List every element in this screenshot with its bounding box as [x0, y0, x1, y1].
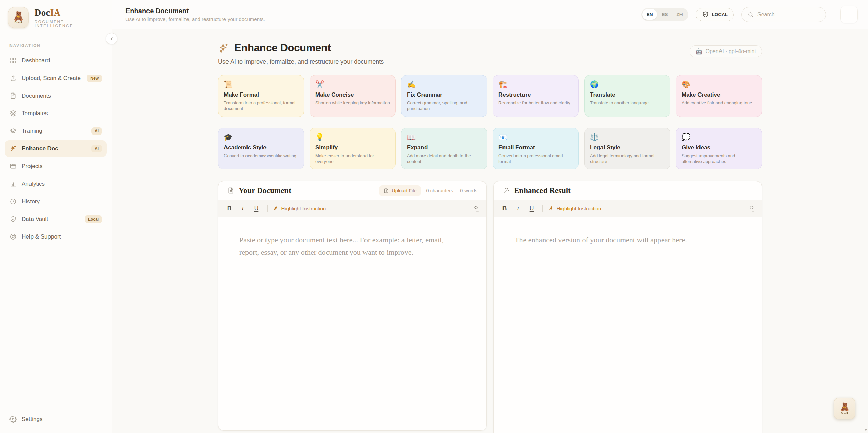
action-card-email-format[interactable]: 📧 Email Format Convert into a profession… [493, 128, 579, 170]
action-card-simplify[interactable]: 💡 Simplify Make easier to understand for… [310, 128, 396, 170]
action-card-expand[interactable]: 📖 Expand Add more detail and depth to th… [401, 128, 487, 170]
model-badge: 🤖 OpenAI · gpt-4o-mini [690, 45, 762, 57]
action-card-fix-grammar[interactable]: ✍️ Fix Grammar Correct grammar, spelling… [401, 75, 487, 117]
shield-check-icon [9, 215, 17, 223]
sidebar-item-data-vault[interactable]: Data Vault Local [5, 211, 107, 227]
sidebar: 🧸 DocIA DocIA DOCUMENT INTELLIGENCE NAVI… [0, 0, 112, 433]
editor-placeholder: Paste or type your document text here...… [239, 233, 463, 259]
page-title: Enhance Document [125, 7, 265, 15]
chevron-left-icon [109, 36, 115, 42]
clock-icon [9, 198, 17, 205]
action-card-legal-style[interactable]: ⚖️ Legal Style Add legal terminology and… [584, 128, 670, 170]
main-area: Enhance Document Use AI to improve, form… [112, 0, 868, 433]
clear-formatting-button[interactable] [471, 203, 481, 214]
clear-formatting-button[interactable] [746, 203, 757, 214]
sidebar-item-projects[interactable]: Projects [5, 158, 107, 174]
enhanced-result-panel: Enhanced Result B I U Highlight Instruct… [493, 181, 762, 433]
nav-section-label: NAVIGATION [0, 35, 112, 52]
content: Enhance Document Use AI to improve, form… [112, 29, 868, 433]
top-bar: Enhance Document Use AI to improve, form… [112, 0, 868, 29]
language-toggle: ENESZH [641, 8, 688, 21]
result-toolbar: B I U Highlight Instruction [494, 200, 762, 217]
brand-name: DocIA [35, 7, 103, 18]
search-input[interactable] [757, 12, 820, 18]
divider [542, 205, 543, 212]
language-button-zh[interactable]: ZH [672, 9, 687, 20]
eraser-icon [473, 205, 479, 212]
brand-logo: 🧸 DocIA [8, 7, 29, 28]
document-editor[interactable]: Paste or type your document text here...… [218, 217, 486, 430]
action-card-make-formal[interactable]: 📜 Make Formal Transform into a professio… [218, 75, 304, 117]
sparkles-icon [218, 43, 229, 54]
search-box[interactable] [741, 7, 826, 22]
local-mode-button[interactable]: LOCAL [696, 8, 734, 21]
scrollbar-arrow[interactable]: ▾ [865, 427, 867, 432]
upload-icon [9, 75, 17, 82]
sparkles-icon [9, 145, 17, 152]
graduation-cap-icon [9, 127, 17, 135]
underline-button[interactable]: U [250, 203, 262, 214]
eraser-icon [748, 205, 755, 212]
page-subtitle: Use AI to improve, formalize, and restru… [125, 16, 265, 22]
folder-icon [9, 163, 17, 170]
action-card-restructure[interactable]: 🏗️ Restructure Reorganize for better flo… [493, 75, 579, 117]
sidebar-item-analytics[interactable]: Analytics [5, 176, 107, 192]
sidebar-item-upload-scan-create[interactable]: Upload, Scan & Create New [5, 70, 107, 86]
shield-check-icon [702, 11, 709, 18]
grid-icon [9, 57, 17, 64]
document-counters: 0 characters · 0 words [426, 188, 477, 193]
divider [267, 205, 268, 212]
result-placeholder: The enhanced version of your document wi… [515, 233, 738, 246]
sidebar-item-dashboard[interactable]: Dashboard [5, 52, 107, 69]
main-subtitle: Use AI to improve, formalize, and restru… [218, 58, 384, 65]
divider [833, 9, 833, 20]
sidebar-collapse-button[interactable] [106, 33, 117, 44]
highlighter-icon [547, 205, 554, 212]
bar-chart-icon [9, 180, 17, 187]
italic-button[interactable]: I [237, 203, 249, 214]
sidebar-item-enhance-doc[interactable]: Enhance Doc AI [5, 140, 107, 157]
highlight-instruction-button[interactable]: Highlight Instruction [547, 205, 601, 212]
action-card-make-concise[interactable]: ✂️ Make Concise Shorten while keeping ke… [310, 75, 396, 117]
highlight-instruction-button[interactable]: Highlight Instruction [272, 205, 326, 212]
italic-button[interactable]: I [512, 203, 524, 214]
robot-icon: 🤖 [696, 48, 703, 55]
result-viewer: The enhanced version of your document wi… [494, 217, 762, 433]
brand: 🧸 DocIA DocIA DOCUMENT INTELLIGENCE [0, 0, 112, 35]
sidebar-item-documents[interactable]: Documents [5, 87, 107, 104]
bold-button[interactable]: B [498, 203, 511, 214]
word-count: 0 words [460, 188, 477, 193]
sidebar-item-templates[interactable]: Templates [5, 105, 107, 122]
enhanced-result-title: Enhanced Result [514, 186, 571, 195]
upload-file-button[interactable]: Upload File [379, 185, 421, 196]
enhancement-actions-grid: 📜 Make Formal Transform into a professio… [218, 75, 762, 169]
action-card-academic-style[interactable]: 🎓 Academic Style Convert to academic/sci… [218, 128, 304, 170]
file-up-icon [383, 188, 389, 193]
search-icon [748, 12, 754, 18]
nav-badge: Local [85, 215, 102, 223]
action-card-give-ideas[interactable]: 💭 Give Ideas Suggest improvements and al… [676, 128, 762, 170]
language-button-en[interactable]: EN [642, 9, 657, 20]
nav-badge: New [87, 75, 102, 82]
sidebar-item-settings[interactable]: Settings [5, 411, 107, 428]
your-document-panel: Your Document Upload File 0 characters ·… [218, 181, 487, 431]
sidebar-item-help-support[interactable]: Help & Support [5, 228, 107, 245]
sidebar-item-training[interactable]: Training AI [5, 123, 107, 139]
document-icon [9, 92, 17, 99]
bold-button[interactable]: B [223, 203, 235, 214]
sidebar-item-history[interactable]: History [5, 193, 107, 210]
bear-mascot-icon: 🧸 [840, 403, 850, 411]
nav-badge: AI [91, 145, 102, 152]
main-title: Enhance Document [234, 42, 331, 54]
assistant-mascot-button[interactable]: 🧸 DocIA [834, 398, 855, 419]
gear-icon [9, 416, 17, 423]
highlighter-icon [272, 205, 278, 212]
action-card-translate[interactable]: 🌍 Translate Translate to another languag… [584, 75, 670, 117]
language-button-es[interactable]: ES [657, 9, 672, 20]
nav-badge: AI [91, 127, 102, 135]
header-action-button[interactable] [840, 6, 858, 23]
action-card-make-creative[interactable]: 🎨 Make Creative Add creative flair and e… [676, 75, 762, 117]
underline-button[interactable]: U [526, 203, 538, 214]
document-icon [227, 187, 234, 194]
layers-icon [9, 110, 17, 117]
